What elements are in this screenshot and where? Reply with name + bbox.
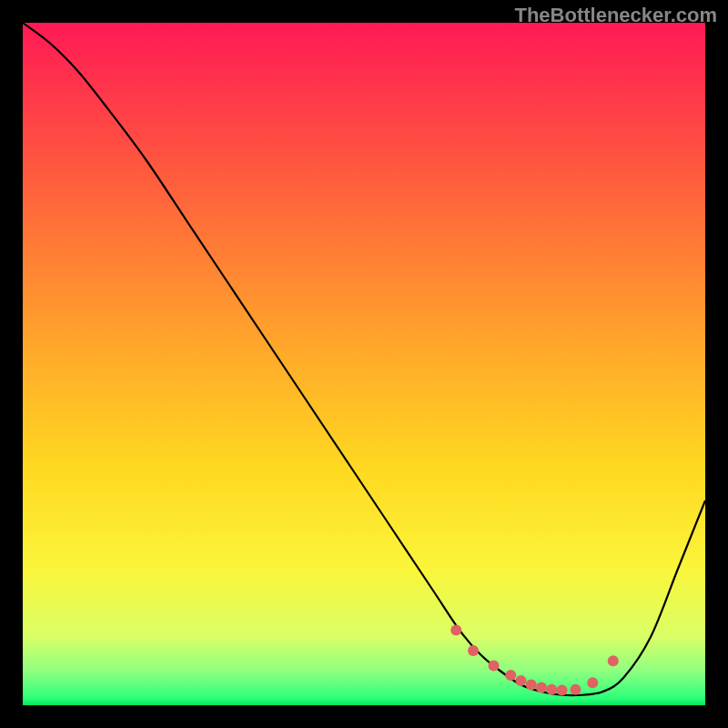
bottleneck-curve bbox=[23, 23, 705, 695]
chart-curve-layer bbox=[23, 23, 705, 705]
marker-dot bbox=[557, 685, 568, 696]
marker-dot bbox=[489, 661, 500, 672]
marker-dot bbox=[546, 684, 557, 695]
optimal-range-dots bbox=[450, 625, 619, 696]
marker-dot bbox=[587, 677, 598, 688]
marker-dot bbox=[526, 680, 537, 691]
marker-dot bbox=[468, 645, 479, 656]
marker-dot bbox=[450, 625, 461, 636]
marker-dot bbox=[608, 655, 619, 666]
watermark-text: TheBottlenecker.com bbox=[514, 4, 717, 27]
marker-dot bbox=[505, 670, 516, 681]
chart-plot-area bbox=[23, 23, 705, 705]
marker-dot bbox=[571, 684, 581, 695]
marker-dot bbox=[536, 682, 547, 693]
marker-dot bbox=[516, 675, 527, 686]
